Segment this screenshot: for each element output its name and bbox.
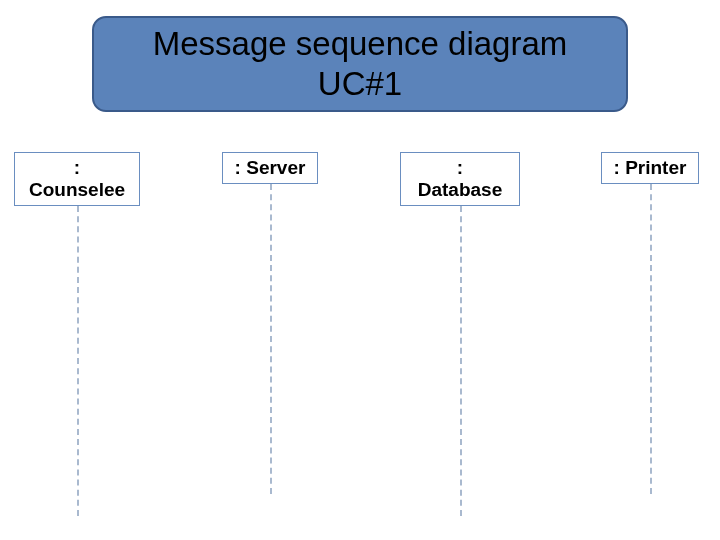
participant-counselee: : Counselee (14, 152, 140, 206)
participant-label: : Server (222, 152, 319, 184)
title-line-2: UC#1 (318, 65, 402, 102)
lifeline (650, 184, 652, 494)
participant-server: : Server (220, 152, 320, 184)
participant-label: : Database (400, 152, 520, 206)
participant-database: : Database (400, 152, 520, 206)
participant-label: : Printer (601, 152, 700, 184)
title-line-1: Message sequence diagram (153, 25, 568, 62)
lifeline (77, 206, 79, 516)
participant-printer: : Printer (600, 152, 700, 184)
lifeline (460, 206, 462, 516)
diagram-title-box: Message sequence diagram UC#1 (92, 16, 628, 112)
lifeline (270, 184, 272, 494)
diagram-title: Message sequence diagram UC#1 (153, 24, 568, 103)
participant-label: : Counselee (14, 152, 140, 206)
